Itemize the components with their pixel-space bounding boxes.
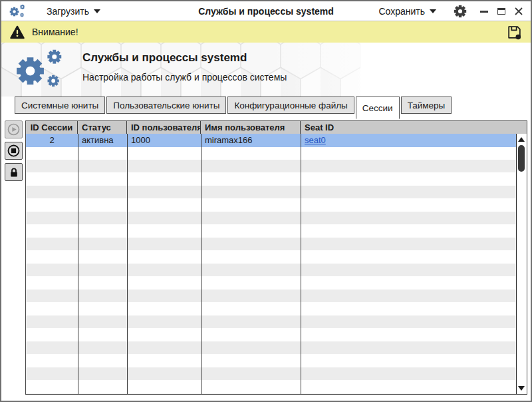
- tab-label: Системные юниты: [21, 100, 98, 110]
- cell-user-id: 1000: [127, 134, 201, 147]
- warning-text: Внимание!: [32, 27, 78, 37]
- scrollbar-thumb[interactable]: [518, 145, 525, 172]
- cell-user-name: miramax166: [201, 134, 301, 147]
- table-header-row: ID Сессии Статус ID пользователя Имя пол…: [26, 121, 527, 134]
- column-divider: [301, 134, 301, 394]
- sessions-table: ID Сессии Статус ID пользователя Имя пол…: [25, 120, 527, 395]
- vertical-scrollbar[interactable]: [516, 134, 527, 394]
- column-divider: [78, 134, 78, 394]
- tab-config-files[interactable]: Конфигурационные файлы: [227, 97, 354, 114]
- chevron-down-icon: [430, 9, 436, 13]
- session-actions-toolbar: [5, 120, 23, 181]
- page-subtitle: Настройка работы служб и процессов систе…: [82, 72, 287, 83]
- column-header-status[interactable]: Статус: [78, 121, 127, 134]
- save-menu-label: Сохранить: [378, 6, 425, 17]
- maximize-button[interactable]: [496, 6, 507, 17]
- lock-icon: [8, 166, 20, 178]
- column-header-session-id[interactable]: ID Сессии: [26, 121, 78, 134]
- tab-label: Сессии: [362, 103, 393, 113]
- page-title: Службы и процессы systemd: [82, 51, 287, 65]
- tab-sessions[interactable]: Сессии: [356, 97, 400, 119]
- tab-label: Конфигурационные файлы: [234, 100, 347, 110]
- tab-label: Таймеры: [408, 100, 446, 110]
- gears-icon: [8, 4, 28, 19]
- column-header-seat-id[interactable]: Seat ID: [301, 121, 527, 134]
- play-circle-icon: [7, 123, 20, 136]
- cell-session-id: 2: [26, 134, 78, 147]
- chevron-down-icon: [94, 9, 100, 13]
- column-header-user-id[interactable]: ID пользователя: [127, 121, 201, 134]
- tab-bar: Системные юниты Пользовательские юниты К…: [15, 97, 453, 119]
- tab-timers[interactable]: Таймеры: [401, 97, 452, 114]
- column-header-user-name[interactable]: Имя пользователя: [201, 121, 301, 134]
- tab-user-units[interactable]: Пользовательские юниты: [106, 97, 226, 114]
- header-banner: Службы и процессы systemd Настройка рабо…: [1, 43, 531, 97]
- load-menu-label: Загрузить: [47, 6, 89, 17]
- table-body: 2 активна 1000 miramax166 seat0: [26, 134, 516, 394]
- start-session-button[interactable]: [5, 120, 23, 138]
- column-divider: [127, 134, 128, 394]
- warning-triangle-icon: [9, 25, 25, 39]
- settings-button[interactable]: [454, 5, 467, 18]
- save-menu-button[interactable]: Сохранить: [376, 4, 439, 19]
- app-window: Загрузить Службы и процессы systemd Сохр…: [0, 0, 532, 402]
- save-file-button[interactable]: [506, 24, 523, 41]
- seat-id-link[interactable]: seat0: [305, 135, 326, 145]
- minimize-icon: [480, 11, 488, 13]
- load-menu-button[interactable]: Загрузить: [44, 4, 103, 19]
- minimize-button[interactable]: [479, 6, 489, 17]
- tab-label: Пользовательские юниты: [113, 100, 219, 110]
- floppy-disk-icon: [506, 24, 523, 41]
- scroll-up-icon[interactable]: [518, 137, 525, 142]
- titlebar: Загрузить Службы и процессы systemd Сохр…: [1, 1, 531, 21]
- close-button[interactable]: [513, 6, 524, 17]
- column-divider: [201, 134, 201, 394]
- cell-status: активна: [78, 134, 127, 147]
- stop-circle-icon: [7, 144, 20, 157]
- tab-system-units[interactable]: Системные юниты: [15, 97, 105, 114]
- table-row[interactable]: 2 активна 1000 miramax166 seat0: [26, 134, 516, 147]
- scroll-down-icon[interactable]: [518, 386, 525, 391]
- gear-icon: [454, 5, 467, 18]
- gears-logo: [12, 48, 70, 95]
- warning-bar: Внимание!: [1, 21, 531, 43]
- close-icon: [514, 7, 523, 16]
- lock-session-button[interactable]: [5, 163, 23, 181]
- stop-session-button[interactable]: [5, 142, 23, 160]
- maximize-icon: [497, 8, 505, 15]
